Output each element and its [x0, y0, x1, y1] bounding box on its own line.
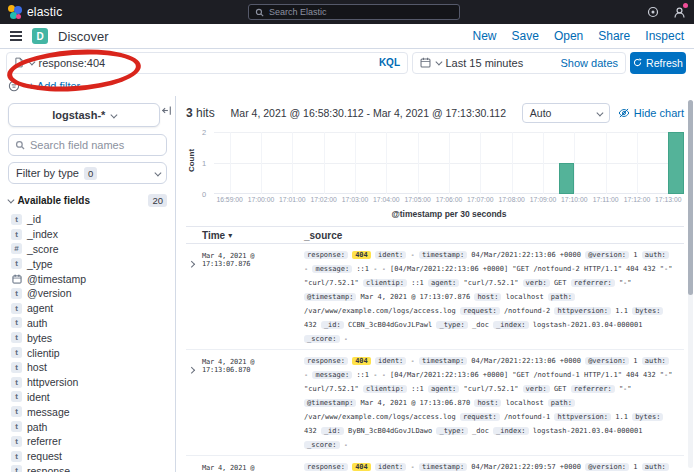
- nav-action-new[interactable]: New: [473, 29, 497, 43]
- field-item-agent[interactable]: tagent: [8, 301, 167, 316]
- source-value: localhost: [506, 293, 544, 301]
- field-item-request[interactable]: trequest: [8, 449, 167, 464]
- histogram-bar[interactable]: [668, 132, 684, 194]
- gridline: [449, 132, 450, 194]
- expand-row-icon[interactable]: [186, 354, 202, 452]
- available-fields-header[interactable]: Available fields 20: [8, 194, 167, 207]
- source-value: _doc: [472, 427, 489, 435]
- saved-query-chevron-icon[interactable]: [29, 59, 35, 65]
- string-field-icon: t: [11, 229, 22, 240]
- field-item-clientip[interactable]: tclientip: [8, 345, 167, 360]
- field-item-score[interactable]: #_score: [8, 242, 167, 257]
- field-item-message[interactable]: tmessage: [8, 404, 167, 419]
- field-name: _index: [27, 228, 58, 240]
- add-filter-link[interactable]: + Add filter: [28, 80, 80, 92]
- source-value: -: [344, 335, 348, 343]
- field-item-timestamp[interactable]: @timestamp: [8, 271, 167, 286]
- x-tick-label: 17:05:00: [404, 196, 430, 203]
- field-item-index[interactable]: t_index: [8, 227, 167, 242]
- source-value: CCBN_3cB04dGovJLPawl: [348, 321, 432, 329]
- source-value: 04/Mar/2021:22:13:06 +0000: [471, 357, 581, 365]
- field-item-auth[interactable]: tauth: [8, 316, 167, 331]
- field-item-bytes[interactable]: tbytes: [8, 330, 167, 345]
- source-field-badge: @timestamp:: [304, 293, 356, 301]
- brand-name: elastic: [27, 5, 62, 19]
- gridline: [543, 132, 544, 194]
- source-value: 1: [633, 357, 637, 365]
- histogram-chart[interactable]: Count 012 16:59:0017:00:0017:01:0017:02:…: [186, 132, 684, 219]
- source-field-badge: path:: [548, 399, 575, 407]
- source-field-badge: _type:: [436, 427, 467, 435]
- source-value: -: [411, 463, 415, 471]
- time-range-label[interactable]: Last 15 minutes: [446, 57, 524, 69]
- filter-by-type-button[interactable]: Filter by type 0: [8, 162, 167, 184]
- source-field-badge: host:: [474, 293, 501, 301]
- calendar-icon[interactable]: [420, 57, 431, 68]
- refresh-button[interactable]: Refresh: [630, 52, 686, 74]
- field-item-id[interactable]: t_id: [8, 212, 167, 227]
- global-search-input[interactable]: Search Elastic: [248, 4, 460, 20]
- gridline: [512, 132, 513, 194]
- field-item-path[interactable]: tpath: [8, 419, 167, 434]
- menu-icon[interactable]: [10, 31, 22, 41]
- source-value: ByBN_3cB04dGovJLDawo: [348, 427, 432, 435]
- collapse-sidebar-icon[interactable]: [161, 105, 172, 116]
- app-navbar: D Discover NewSaveOpenShareInspect: [0, 24, 694, 49]
- deployment-icon[interactable]: [646, 5, 660, 19]
- index-pattern-select[interactable]: logstash-*: [8, 103, 160, 127]
- field-item-response[interactable]: tresponse: [8, 464, 167, 472]
- source-field-badge: auth:: [642, 463, 669, 471]
- field-item-type[interactable]: t_type: [8, 256, 167, 271]
- filter-by-type-chevron-icon: [154, 169, 160, 175]
- histogram-bar[interactable]: [559, 163, 575, 194]
- interval-select[interactable]: Auto: [522, 103, 610, 123]
- interval-chevron-icon: [597, 109, 603, 115]
- query-language-toggle[interactable]: KQL: [379, 57, 400, 68]
- query-text[interactable]: response:404: [39, 57, 374, 69]
- scrollbar-thumb[interactable]: [688, 100, 693, 295]
- eye-slash-icon: [618, 107, 630, 119]
- source-value: "-": [619, 279, 632, 287]
- vertical-scrollbar[interactable]: [688, 100, 693, 468]
- field-item-referrer[interactable]: treferrer: [8, 434, 167, 449]
- nav-action-save[interactable]: Save: [512, 29, 539, 43]
- source-value: Mar 4, 2021 @ 17:13:07.876: [361, 293, 471, 301]
- source-value: "-": [619, 385, 632, 393]
- field-item-version[interactable]: t@version: [8, 286, 167, 301]
- field-item-ident[interactable]: tident: [8, 390, 167, 405]
- nav-action-open[interactable]: Open: [554, 29, 583, 43]
- filter-set-icon[interactable]: [8, 80, 20, 92]
- user-avatar[interactable]: [672, 5, 686, 19]
- nav-action-share[interactable]: Share: [598, 29, 630, 43]
- time-column-header[interactable]: Time▾: [186, 230, 304, 241]
- saved-query-icon[interactable]: [14, 57, 24, 68]
- field-search-input[interactable]: Search field names: [8, 134, 167, 156]
- date-picker[interactable]: Last 15 minutes Show dates: [412, 52, 626, 74]
- source-value: -: [411, 251, 415, 259]
- x-axis-ticks: 16:59:0017:00:0017:01:0017:02:0017:03:00…: [214, 196, 684, 206]
- elastic-logo[interactable]: elastic: [8, 5, 62, 19]
- x-tick-label: 17:09:00: [530, 196, 556, 203]
- row-source: response: 404 ident: - timestamp: 04/Mar…: [304, 248, 684, 346]
- interval-value: Auto: [530, 107, 552, 119]
- string-field-icon: t: [11, 362, 22, 373]
- show-dates-link[interactable]: Show dates: [561, 57, 618, 69]
- source-field-badge: verb:: [523, 279, 550, 287]
- field-item-httpversion[interactable]: thttpversion: [8, 375, 167, 390]
- source-field-badge: _index:: [493, 321, 529, 329]
- source-field-badge: httpversion:: [554, 413, 611, 421]
- field-name: ident: [27, 391, 50, 403]
- available-fields-count-badge: 20: [148, 194, 167, 207]
- date-picker-chevron-icon[interactable]: [436, 59, 442, 65]
- field-item-host[interactable]: thost: [8, 360, 167, 375]
- nav-action-inspect[interactable]: Inspect: [645, 29, 684, 43]
- source-field-badge: response:: [304, 251, 348, 259]
- expand-row-icon[interactable]: [186, 460, 202, 472]
- expand-row-icon[interactable]: [186, 248, 202, 346]
- source-field-badge: timestamp:: [419, 251, 467, 259]
- hide-chart-link[interactable]: Hide chart: [618, 107, 684, 119]
- query-input[interactable]: response:404 KQL: [6, 52, 408, 74]
- time-range-display: Mar 4, 2021 @ 16:58:30.112 - Mar 4, 2021…: [223, 107, 514, 119]
- source-value: ::1: [411, 279, 424, 287]
- source-field-badge: agent:: [428, 385, 459, 393]
